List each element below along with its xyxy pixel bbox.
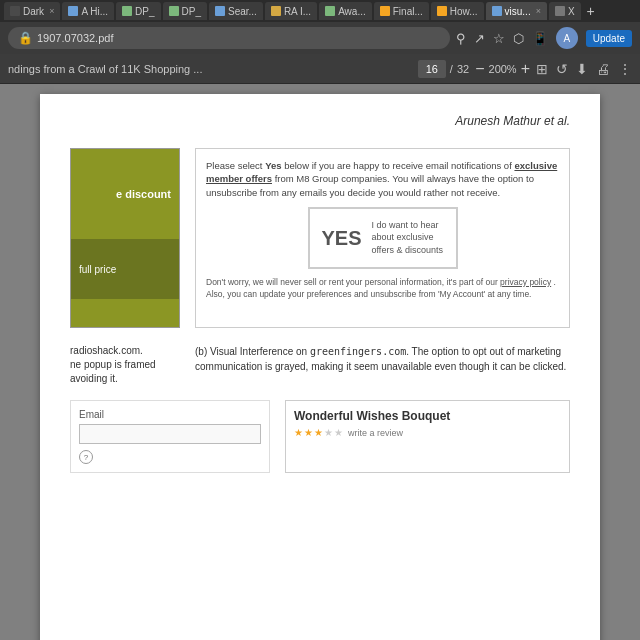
tab-awa[interactable]: Awa...	[319, 2, 372, 20]
toolbar-actions: ⊞ ↺ ⬇ 🖨 ⋮	[536, 61, 632, 77]
main-content-section: e discount full price Please select Yes …	[70, 148, 570, 328]
popup-box-right: Please select Yes below if you are happy…	[195, 148, 570, 328]
fit-page-icon[interactable]: ⊞	[536, 61, 548, 77]
share-icon[interactable]: ↗	[474, 31, 485, 46]
tab-visu[interactable]: visu... ×	[486, 2, 547, 20]
stars-row: ★ ★ ★ ★ ★ write a review	[294, 427, 561, 438]
tab-ahi[interactable]: A Hi...	[62, 2, 114, 20]
tab-final[interactable]: Final...	[374, 2, 429, 20]
caption-left: radioshack.com. ne popup is framed avoid…	[70, 344, 180, 386]
caption-section: radioshack.com. ne popup is framed avoid…	[70, 344, 570, 386]
url-bar[interactable]: 🔒 1907.07032.pdf	[8, 27, 450, 49]
more-icon[interactable]: ⋮	[618, 61, 632, 77]
email-label: Email	[79, 409, 261, 420]
tab-how[interactable]: How...	[431, 2, 484, 20]
privacy-text: Don't worry, we will never sell or rent …	[206, 277, 559, 301]
browser-tabs: Dark × A Hi... DP_ DP_ Sear... RA I... A…	[0, 0, 640, 22]
tab-x[interactable]: X	[549, 2, 581, 20]
privacy-policy-link[interactable]: privacy policy	[500, 277, 551, 287]
small-icon-row: ?	[79, 450, 261, 464]
address-icons: ⚲ ↗ ☆ ⬡ 📱 A Update	[456, 27, 632, 49]
yes-button-box[interactable]: YES I do want to hear about exclusive of…	[308, 207, 458, 269]
extension-icon[interactable]: ⬡	[513, 31, 524, 46]
print-icon[interactable]: 🖨	[596, 61, 610, 77]
author-line: Arunesh Mathur et al.	[70, 114, 570, 128]
star-icon[interactable]: ☆	[493, 31, 505, 46]
tab-dp1[interactable]: DP_	[116, 2, 160, 20]
star-3: ★	[314, 427, 323, 438]
page-total: 32	[457, 63, 469, 75]
address-bar: 🔒 1907.07032.pdf ⚲ ↗ ☆ ⬡ 📱 A Update	[0, 22, 640, 54]
tab-search[interactable]: Sear...	[209, 2, 263, 20]
zoom-level: 200%	[489, 63, 517, 75]
star-4: ★	[324, 427, 333, 438]
url-text: 1907.07032.pdf	[37, 32, 113, 44]
pdf-content: Arunesh Mathur et al. e discount full pr…	[0, 84, 640, 640]
info-icon: ?	[79, 450, 93, 464]
download-icon[interactable]: ⬇	[576, 61, 588, 77]
popup-intro-text: Please select Yes below if you are happy…	[206, 159, 559, 199]
search-icon[interactable]: ⚲	[456, 31, 466, 46]
caption-text-left: ne popup is framed avoiding it.	[70, 359, 156, 384]
zoom-in-button[interactable]: +	[521, 61, 530, 77]
popup-image-left: e discount full price	[70, 148, 180, 328]
lock-icon: 🔒	[18, 31, 33, 45]
popup-bottom-area: full price	[71, 239, 179, 299]
discount-label: e discount	[116, 188, 171, 200]
full-price-label: full price	[79, 264, 116, 275]
tab-dark[interactable]: Dark ×	[4, 2, 60, 20]
profile-avatar[interactable]: A	[556, 27, 578, 49]
page-number-input[interactable]	[418, 60, 446, 78]
yes-description: I do want to hear about exclusive offers…	[372, 219, 444, 257]
pdf-title: ndings from a Crawl of 11K Shopping ...	[8, 63, 412, 75]
zoom-out-button[interactable]: −	[475, 61, 484, 77]
email-input[interactable]	[79, 424, 261, 444]
tab-dp2[interactable]: DP_	[163, 2, 207, 20]
caption-label-b: (b) Visual Interference on	[195, 346, 310, 357]
update-button[interactable]: Update	[586, 30, 632, 47]
product-card: Wonderful Wishes Bouquet ★ ★ ★ ★ ★ write…	[285, 400, 570, 473]
page-navigation: / 32	[418, 60, 469, 78]
pdf-toolbar: ndings from a Crawl of 11K Shopping ... …	[0, 54, 640, 84]
yes-label: YES	[322, 224, 362, 252]
phone-icon[interactable]: 📱	[532, 31, 548, 46]
new-tab-button[interactable]: +	[583, 3, 599, 19]
pdf-page: Arunesh Mathur et al. e discount full pr…	[40, 94, 600, 640]
email-form-area: Email ?	[70, 400, 270, 473]
bottom-section: Email ? Wonderful Wishes Bouquet ★ ★ ★ ★…	[70, 400, 570, 473]
caption-right: (b) Visual Interference on greenfingers.…	[195, 344, 570, 386]
star-5: ★	[334, 427, 343, 438]
zoom-control: − 200% +	[475, 61, 530, 77]
popup-top-area: e discount	[71, 149, 179, 239]
product-title: Wonderful Wishes Bouquet	[294, 409, 561, 423]
rotate-icon[interactable]: ↺	[556, 61, 568, 77]
star-1: ★	[294, 427, 303, 438]
star-2: ★	[304, 427, 313, 438]
reviews-text[interactable]: write a review	[348, 428, 403, 438]
page-separator: /	[450, 63, 453, 75]
tab-ra[interactable]: RA I...	[265, 2, 317, 20]
caption-site-left: radioshack.com.	[70, 345, 143, 356]
caption-site-b: greenfingers.com	[310, 346, 406, 357]
